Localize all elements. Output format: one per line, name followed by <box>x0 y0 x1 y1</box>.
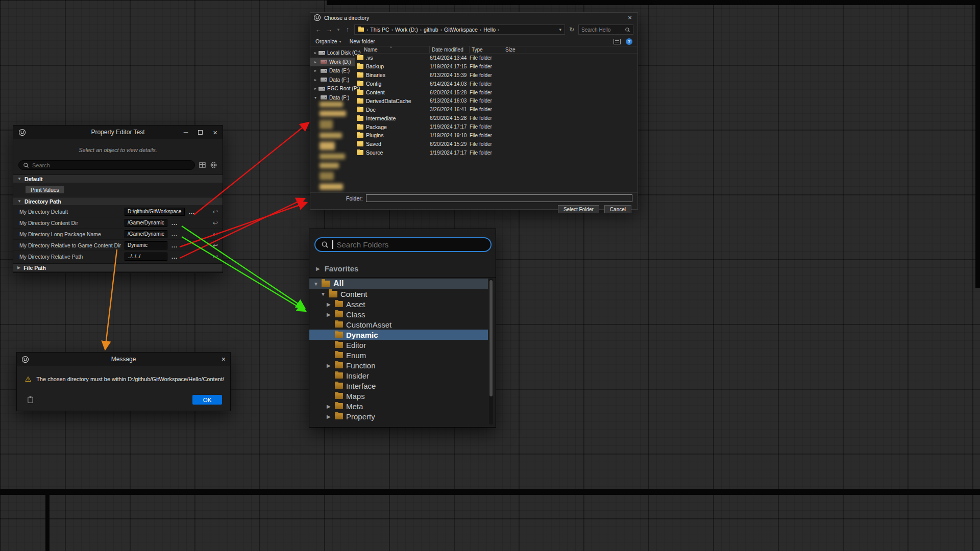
property-value-field[interactable]: /Game/Dynamic <box>125 230 167 238</box>
address-bar[interactable]: › This PC › Work (D:) › github › GitWork… <box>354 24 565 35</box>
close-icon[interactable]: × <box>222 355 226 363</box>
browse-ellipsis-button[interactable]: ... <box>189 209 195 215</box>
breadcrumb-github[interactable]: github <box>424 27 438 33</box>
chevron-right-icon[interactable]: ▸ <box>314 86 316 91</box>
refresh-icon[interactable]: ↻ <box>568 26 576 33</box>
chevron-down-icon[interactable]: ▼ <box>313 281 318 287</box>
help-icon[interactable]: ? <box>626 38 632 45</box>
folder-input[interactable] <box>366 194 632 202</box>
tree-item-asset[interactable]: ▶ Asset <box>309 299 488 309</box>
tree-item-interface[interactable]: Interface <box>309 381 488 391</box>
chevron-right-icon[interactable]: ▸ <box>314 78 318 82</box>
reset-to-default-icon[interactable]: ↩ <box>213 253 218 260</box>
chevron-right-icon[interactable]: ▶ <box>327 302 331 307</box>
column-header-size[interactable]: Size <box>503 46 526 53</box>
dialog-title-bar[interactable]: Message × <box>17 353 230 366</box>
search-input[interactable] <box>581 27 625 33</box>
property-value-field[interactable]: /Game/Dynamic <box>125 219 167 227</box>
file-row[interactable]: Source 1/19/2024 17:17 File folder <box>355 148 638 157</box>
sidebar-item-data-e[interactable]: ▸ Data (E:) <box>310 66 355 76</box>
breadcrumb-hello[interactable]: Hello <box>483 27 496 33</box>
column-header-name[interactable]: Name <box>355 46 430 53</box>
ok-button[interactable]: OK <box>192 395 222 405</box>
file-row[interactable]: DerivedDataCache 6/13/2024 16:03 File fo… <box>355 96 638 105</box>
file-row[interactable]: Package 1/19/2024 17:17 File folder <box>355 122 638 131</box>
sidebar-item-egc-root-p[interactable]: ▸ EGC Root (P:) <box>310 84 355 93</box>
display-grid-icon[interactable] <box>199 161 206 169</box>
favorites-section-header[interactable]: ▶ Favorites <box>309 262 496 275</box>
chevron-right-icon[interactable]: ▸ <box>314 68 318 73</box>
property-value-field[interactable]: D:/github/GitWorkspace <box>125 208 185 216</box>
chevron-right-icon[interactable]: ▸ <box>314 51 316 55</box>
maximize-icon[interactable] <box>198 130 203 135</box>
close-icon[interactable]: × <box>625 14 634 21</box>
property-value-field[interactable]: ../../../ <box>125 253 167 261</box>
file-row[interactable]: Plugins 1/19/2024 19:10 File folder <box>355 131 638 140</box>
chevron-right-icon[interactable]: ▶ <box>327 404 331 409</box>
chevron-right-icon[interactable]: ▶ <box>327 363 331 368</box>
reset-to-default-icon[interactable]: ↩ <box>213 242 218 249</box>
address-dropdown-icon[interactable]: ▾ <box>559 27 561 32</box>
change-view-icon[interactable] <box>614 39 621 44</box>
property-value-field[interactable]: Dynamic <box>125 241 167 249</box>
search-box[interactable] <box>578 24 633 35</box>
chevron-down-icon[interactable]: ▼ <box>321 291 326 297</box>
file-row[interactable]: Config 6/14/2024 14:03 File folder <box>355 80 638 88</box>
file-row[interactable]: Intermediate 6/20/2024 15:28 File folder <box>355 114 638 122</box>
gear-icon[interactable] <box>210 161 217 169</box>
sidebar-item-local-disk-c[interactable]: ▸ Local Disk (C:) <box>310 48 355 58</box>
column-header-date-modified[interactable]: Date modified <box>430 46 470 53</box>
breadcrumb-gitworkspace[interactable]: GitWorkspace <box>444 27 478 33</box>
close-icon[interactable]: × <box>213 129 217 136</box>
copy-to-clipboard-icon[interactable] <box>27 396 34 404</box>
tree-item-maps[interactable]: Maps <box>309 391 488 401</box>
search-box[interactable] <box>18 160 195 170</box>
browse-ellipsis-button[interactable]: ... <box>172 231 178 237</box>
tree-item-customasset[interactable]: CustomAsset <box>309 319 488 330</box>
chevron-right-icon[interactable]: ▶ <box>327 414 331 419</box>
tree-item-class[interactable]: ▶ Class <box>309 309 488 319</box>
select-folder-button[interactable]: Select Folder <box>558 205 599 213</box>
search-folders-box[interactable] <box>314 237 492 252</box>
minimize-icon[interactable]: ─ <box>184 129 188 135</box>
section-header-file-path[interactable]: ▶ File Path <box>13 263 223 271</box>
file-row[interactable]: Saved 6/20/2024 15:29 File folder <box>355 140 638 148</box>
organize-button[interactable]: Organize ▾ <box>315 38 341 44</box>
tree-item-all[interactable]: ▼ All <box>309 279 488 289</box>
file-row[interactable]: .vs 6/14/2024 13:44 File folder <box>355 54 638 62</box>
file-row[interactable]: Content 6/20/2024 15:28 File folder <box>355 88 638 97</box>
chevron-right-icon[interactable]: ▶ <box>327 312 331 317</box>
search-input[interactable] <box>32 162 190 168</box>
browse-ellipsis-button[interactable]: ... <box>172 242 178 248</box>
browse-ellipsis-button[interactable]: ... <box>172 220 178 226</box>
new-folder-button[interactable]: New folder <box>350 38 375 44</box>
reset-to-default-icon[interactable]: ↩ <box>213 219 218 227</box>
sidebar-item-data-f-expanded[interactable]: ▾ Data (F:) <box>310 93 355 103</box>
browse-ellipsis-button[interactable]: ... <box>172 254 178 260</box>
section-header-directory-path[interactable]: ▼ Directory Path <box>13 197 223 205</box>
chevron-right-icon[interactable]: ▸ <box>314 60 318 64</box>
print-values-button[interactable]: Print Values <box>25 185 65 194</box>
file-row[interactable]: Backup 1/19/2024 17:15 File folder <box>355 62 638 71</box>
history-chevron-icon[interactable]: ▾ <box>336 27 341 32</box>
column-header-type[interactable]: Type <box>470 46 503 53</box>
tree-item-content[interactable]: ▼ Content <box>309 289 488 299</box>
scrollbar-thumb[interactable] <box>489 280 493 396</box>
file-row[interactable]: Binaries 6/13/2024 15:39 File folder <box>355 71 638 80</box>
tree-item-insider[interactable]: Insider <box>309 370 488 381</box>
tree-item-enum[interactable]: Enum <box>309 350 488 360</box>
sidebar-item-data-f[interactable]: ▸ Data (F:) <box>310 76 355 85</box>
tree-item-property[interactable]: ▶ Property <box>309 411 488 421</box>
reset-to-default-icon[interactable]: ↩ <box>213 208 218 215</box>
scrollbar-track[interactable] <box>489 279 493 424</box>
dialog-title-bar[interactable]: Choose a directory × <box>310 13 638 22</box>
tree-item-function[interactable]: ▶ Function <box>309 360 488 370</box>
breadcrumb-work-d[interactable]: Work (D:) <box>395 27 418 33</box>
tree-item-editor[interactable]: Editor <box>309 340 488 350</box>
search-folders-input[interactable] <box>337 240 485 249</box>
tree-item-dynamic[interactable]: Dynamic <box>309 330 488 340</box>
window-title-bar[interactable]: Property Editor Test ─ × <box>13 126 223 139</box>
reset-to-default-icon[interactable]: ↩ <box>213 231 218 238</box>
back-icon[interactable]: ← <box>314 26 323 33</box>
breadcrumb-this-pc[interactable]: This PC <box>370 27 389 33</box>
